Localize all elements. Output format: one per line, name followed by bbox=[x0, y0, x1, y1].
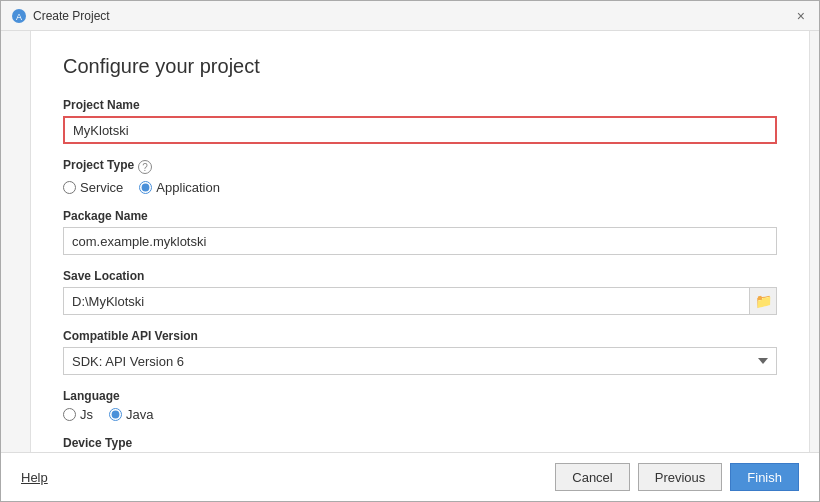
cancel-button[interactable]: Cancel bbox=[555, 463, 629, 491]
package-name-group: Package Name bbox=[63, 209, 777, 255]
language-label: Language bbox=[63, 389, 777, 403]
create-project-dialog: A Create Project × Configure your projec… bbox=[0, 0, 820, 502]
language-group: Language Js Java bbox=[63, 389, 777, 422]
help-button[interactable]: Help bbox=[21, 470, 48, 485]
folder-button[interactable]: 📁 bbox=[749, 287, 777, 315]
project-type-label: Project Type bbox=[63, 158, 134, 172]
page-title: Configure your project bbox=[63, 55, 777, 78]
finish-button[interactable]: Finish bbox=[730, 463, 799, 491]
js-label: Js bbox=[80, 407, 93, 422]
project-type-label-row: Project Type ? bbox=[63, 158, 777, 176]
language-java[interactable]: Java bbox=[109, 407, 153, 422]
java-label: Java bbox=[126, 407, 153, 422]
main-content: Configure your project Project Name Proj… bbox=[31, 31, 809, 452]
project-name-group: Project Name bbox=[63, 98, 777, 144]
svg-text:A: A bbox=[16, 12, 22, 22]
content-area: Configure your project Project Name Proj… bbox=[1, 31, 819, 452]
title-bar-left: A Create Project bbox=[11, 8, 110, 24]
app-icon: A bbox=[11, 8, 27, 24]
project-type-application[interactable]: Application bbox=[139, 180, 220, 195]
project-type-group: Project Type ? Service Application bbox=[63, 158, 777, 195]
api-version-label: Compatible API Version bbox=[63, 329, 777, 343]
api-version-group: Compatible API Version SDK: API Version … bbox=[63, 329, 777, 375]
project-type-info-icon[interactable]: ? bbox=[138, 160, 152, 174]
device-type-group: Device Type Phone Tablet TV bbox=[63, 436, 777, 452]
service-radio[interactable] bbox=[63, 181, 76, 194]
js-radio[interactable] bbox=[63, 408, 76, 421]
application-radio[interactable] bbox=[139, 181, 152, 194]
project-type-options: Service Application bbox=[63, 180, 777, 195]
package-name-label: Package Name bbox=[63, 209, 777, 223]
device-type-label: Device Type bbox=[63, 436, 777, 450]
footer-left: Help bbox=[21, 470, 48, 485]
footer: Help Cancel Previous Finish bbox=[1, 452, 819, 501]
language-options: Js Java bbox=[63, 407, 777, 422]
left-panel bbox=[1, 31, 31, 452]
project-name-label: Project Name bbox=[63, 98, 777, 112]
service-label: Service bbox=[80, 180, 123, 195]
close-button[interactable]: × bbox=[793, 7, 809, 25]
previous-button[interactable]: Previous bbox=[638, 463, 723, 491]
save-location-input[interactable] bbox=[63, 287, 749, 315]
save-location-label: Save Location bbox=[63, 269, 777, 283]
project-name-input[interactable] bbox=[63, 116, 777, 144]
package-name-input[interactable] bbox=[63, 227, 777, 255]
save-location-group: Save Location 📁 bbox=[63, 269, 777, 315]
footer-right: Cancel Previous Finish bbox=[555, 463, 799, 491]
dialog-title: Create Project bbox=[33, 9, 110, 23]
api-version-select[interactable]: SDK: API Version 6 SDK: API Version 5 SD… bbox=[63, 347, 777, 375]
application-label: Application bbox=[156, 180, 220, 195]
project-type-service[interactable]: Service bbox=[63, 180, 123, 195]
save-location-row: 📁 bbox=[63, 287, 777, 315]
scrollbar[interactable] bbox=[809, 31, 819, 452]
java-radio[interactable] bbox=[109, 408, 122, 421]
language-js[interactable]: Js bbox=[63, 407, 93, 422]
title-bar: A Create Project × bbox=[1, 1, 819, 31]
